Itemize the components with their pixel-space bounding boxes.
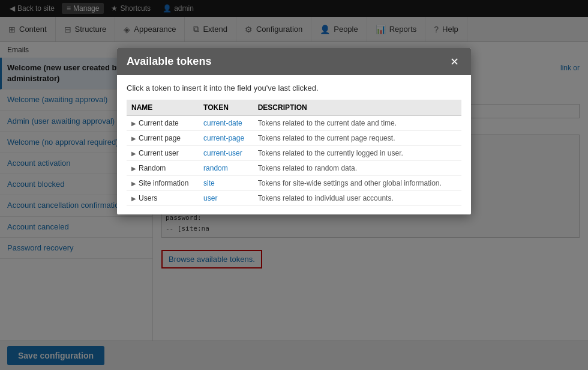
table-row: ▶ Random random Tokens related to random… (127, 161, 461, 176)
token-name-cell: ▶ Random (131, 164, 194, 172)
modal-header: Available tokens ✕ (117, 48, 471, 75)
table-row: ▶ Current user current-user Tokens relat… (127, 146, 461, 161)
token-description: Tokens related to the current page reque… (253, 131, 461, 146)
expand-arrow[interactable]: ▶ (131, 135, 136, 142)
col-token-header: TOKEN (199, 100, 253, 116)
token-link[interactable]: random (203, 164, 228, 172)
table-row: ▶ Site information site Tokens for site-… (127, 176, 461, 191)
token-description: Tokens related to random data. (253, 161, 461, 176)
table-row: ▶ Current page current-page Tokens relat… (127, 131, 461, 146)
token-link[interactable]: site (203, 179, 215, 187)
expand-arrow[interactable]: ▶ (131, 180, 136, 187)
modal-title: Available tokens (127, 55, 211, 68)
token-name-label: Current date (139, 119, 179, 127)
token-name-label: Site information (139, 179, 188, 187)
col-description-header: DESCRIPTION (253, 100, 461, 116)
token-name-cell: ▶ Current page (131, 134, 194, 142)
token-link[interactable]: current-date (203, 119, 242, 127)
modal-overlay: Available tokens ✕ Click a token to inse… (0, 0, 588, 370)
token-name-cell: ▶ Users (131, 194, 194, 202)
expand-arrow[interactable]: ▶ (131, 165, 136, 172)
col-name-header: NAME (127, 100, 199, 116)
token-description: Tokens related to the currently logged i… (253, 146, 461, 161)
tokens-table: NAME TOKEN DESCRIPTION ▶ Current date cu… (127, 100, 461, 206)
token-name-cell: ▶ Current user (131, 149, 194, 157)
table-row: ▶ Users user Tokens related to individua… (127, 191, 461, 206)
token-name-label: Current page (139, 134, 181, 142)
token-link[interactable]: user (203, 194, 217, 202)
modal-body: Click a token to insert it into the fiel… (117, 75, 471, 214)
token-name-label: Current user (139, 149, 179, 157)
modal-instruction: Click a token to insert it into the fiel… (127, 83, 461, 92)
token-name-cell: ▶ Site information (131, 179, 194, 187)
token-description: Tokens related to the current date and t… (253, 116, 461, 131)
expand-arrow[interactable]: ▶ (131, 150, 136, 157)
expand-arrow[interactable]: ▶ (131, 195, 136, 202)
modal-close-button[interactable]: ✕ (448, 56, 461, 67)
tokens-table-header: NAME TOKEN DESCRIPTION (127, 100, 461, 116)
token-name-label: Users (139, 194, 157, 202)
token-description: Tokens related to individual user accoun… (253, 191, 461, 206)
token-description: Tokens for site-wide settings and other … (253, 176, 461, 191)
expand-arrow[interactable]: ▶ (131, 120, 136, 127)
table-row: ▶ Current date current-date Tokens relat… (127, 116, 461, 131)
token-name-label: Random (139, 164, 166, 172)
token-name-cell: ▶ Current date (131, 119, 194, 127)
token-link[interactable]: current-page (203, 134, 244, 142)
available-tokens-modal: Available tokens ✕ Click a token to inse… (117, 48, 471, 214)
token-link[interactable]: current-user (203, 149, 242, 157)
